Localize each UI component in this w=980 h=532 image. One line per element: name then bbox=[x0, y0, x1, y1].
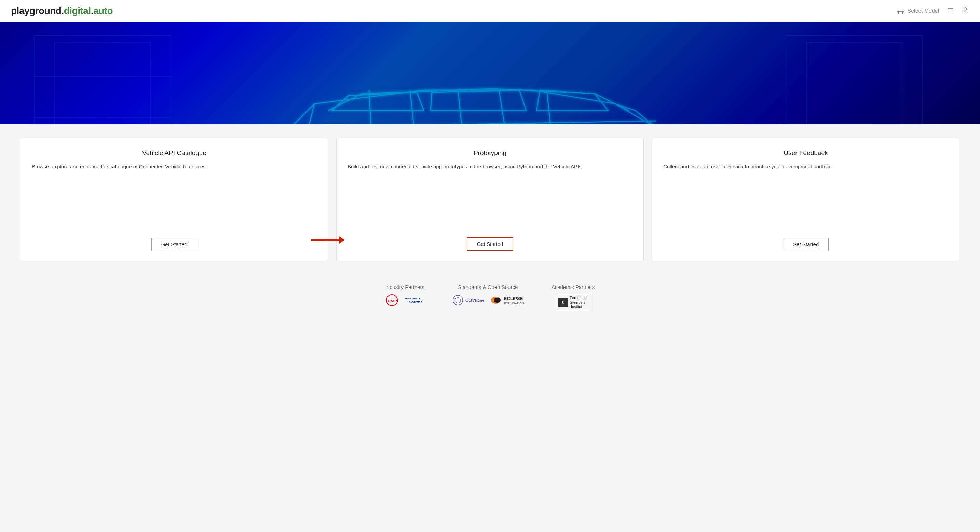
logo-auto: auto bbox=[93, 5, 113, 16]
arrow-head bbox=[339, 236, 345, 244]
academic-partners-group: Academic Partners S Ferdinand- Steinbeis… bbox=[552, 284, 595, 311]
standards-partners-group: Standards & Open Source COVESA bbox=[452, 284, 524, 311]
partners-section: Industry Partners BOSCH DS DASSAULT SYST… bbox=[21, 277, 959, 314]
svg-text:S: S bbox=[562, 301, 564, 305]
steinbeis-text: Ferdinand- Steinbeis -Institut bbox=[570, 296, 588, 310]
industry-partners-group: Industry Partners BOSCH DS DASSAULT SYST… bbox=[385, 284, 425, 311]
standards-partner-logos: COVESA ECLIPSE FOUNDATION bbox=[452, 294, 524, 306]
user-feedback-card-footer: Get Started bbox=[663, 229, 948, 251]
user-profile-button[interactable] bbox=[961, 6, 969, 15]
industry-partners-title: Industry Partners bbox=[385, 284, 425, 290]
svg-text:SYSTEMES: SYSTEMES bbox=[409, 301, 422, 303]
vehicle-api-get-started-button[interactable]: Get Started bbox=[151, 238, 197, 251]
covesa-logo: COVESA bbox=[452, 294, 484, 306]
industry-partner-logos: BOSCH DS DASSAULT SYSTEMES bbox=[386, 294, 424, 306]
car-icon bbox=[897, 8, 905, 14]
eclipse-logo-svg bbox=[490, 294, 502, 306]
header: playground.digital.auto Select Model ☰ bbox=[0, 0, 980, 22]
dassault-logo: DS DASSAULT SYSTEMES bbox=[404, 294, 424, 306]
svg-text:DASSAULT: DASSAULT bbox=[409, 297, 422, 300]
svg-line-20 bbox=[410, 90, 417, 124]
standards-partners-title: Standards & Open Source bbox=[458, 284, 518, 290]
vehicle-api-card-title: Vehicle API Catalogue bbox=[32, 149, 317, 157]
steinbeis-logo-svg: S bbox=[558, 298, 568, 307]
svg-line-24 bbox=[274, 121, 656, 124]
dassault-logo-svg: DS DASSAULT SYSTEMES bbox=[404, 294, 424, 306]
svg-text:DS: DS bbox=[405, 297, 409, 300]
user-feedback-card-desc: Collect and evaluate user feedback to pr… bbox=[663, 163, 948, 171]
svg-line-19 bbox=[369, 90, 372, 124]
logo-dot2: . bbox=[91, 5, 93, 16]
logo-playground: playground bbox=[11, 5, 61, 16]
arrow-shaft bbox=[311, 239, 339, 241]
svg-line-23 bbox=[547, 90, 554, 124]
svg-point-3 bbox=[964, 8, 967, 10]
user-icon bbox=[961, 6, 969, 14]
svg-rect-40 bbox=[807, 42, 902, 124]
wireframe-car-graphic bbox=[0, 22, 980, 124]
vehicle-api-card-desc: Browse, explore and enhance the catalogu… bbox=[32, 163, 317, 171]
arrow-annotation bbox=[311, 236, 345, 244]
cards-row: Vehicle API Catalogue Browse, explore an… bbox=[21, 138, 959, 261]
main-content: Vehicle API Catalogue Browse, explore an… bbox=[0, 124, 980, 328]
vehicle-api-card-footer: Get Started bbox=[32, 229, 317, 251]
select-model-button[interactable]: Select Model bbox=[897, 8, 939, 14]
eclipse-text-container: ECLIPSE FOUNDATION bbox=[504, 295, 524, 305]
academic-partner-logos: S Ferdinand- Steinbeis -Institut bbox=[555, 294, 591, 311]
select-model-label: Select Model bbox=[908, 8, 939, 14]
svg-line-21 bbox=[458, 89, 465, 124]
vehicle-api-card: Vehicle API Catalogue Browse, explore an… bbox=[21, 138, 328, 261]
covesa-logo-svg bbox=[452, 294, 464, 306]
svg-text:BOSCH: BOSCH bbox=[386, 299, 398, 303]
bosch-logo: BOSCH bbox=[386, 294, 398, 306]
academic-partners-title: Academic Partners bbox=[552, 284, 595, 290]
hamburger-menu-button[interactable]: ☰ bbox=[947, 7, 953, 15]
svg-rect-35 bbox=[55, 42, 150, 124]
header-right: Select Model ☰ bbox=[897, 6, 969, 15]
svg-line-22 bbox=[499, 89, 509, 124]
svg-point-51 bbox=[494, 298, 501, 303]
eclipse-sub-text: FOUNDATION bbox=[504, 302, 524, 305]
user-feedback-card-title: User Feedback bbox=[663, 149, 948, 157]
prototyping-card-desc: Build and test new connected vehicle app… bbox=[347, 163, 633, 171]
bosch-logo-svg: BOSCH bbox=[386, 294, 398, 306]
logo-digital: digital bbox=[64, 5, 91, 16]
logo-dot1: . bbox=[61, 5, 64, 16]
eclipse-logo: ECLIPSE FOUNDATION bbox=[490, 294, 524, 306]
user-feedback-get-started-button[interactable]: Get Started bbox=[783, 238, 829, 251]
prototyping-get-started-button[interactable]: Get Started bbox=[467, 237, 514, 251]
covesa-text: COVESA bbox=[465, 298, 484, 303]
user-feedback-card: User Feedback Collect and evaluate user … bbox=[652, 138, 959, 261]
hero-banner bbox=[0, 22, 980, 124]
prototyping-card-footer: Get Started bbox=[347, 229, 633, 251]
logo[interactable]: playground.digital.auto bbox=[11, 5, 113, 16]
prototyping-card-title: Prototyping bbox=[347, 149, 633, 157]
prototyping-card: Prototyping Build and test new connected… bbox=[336, 138, 644, 261]
steinbeis-logo: S Ferdinand- Steinbeis -Institut bbox=[555, 294, 591, 311]
eclipse-text: ECLIPSE bbox=[504, 296, 523, 301]
